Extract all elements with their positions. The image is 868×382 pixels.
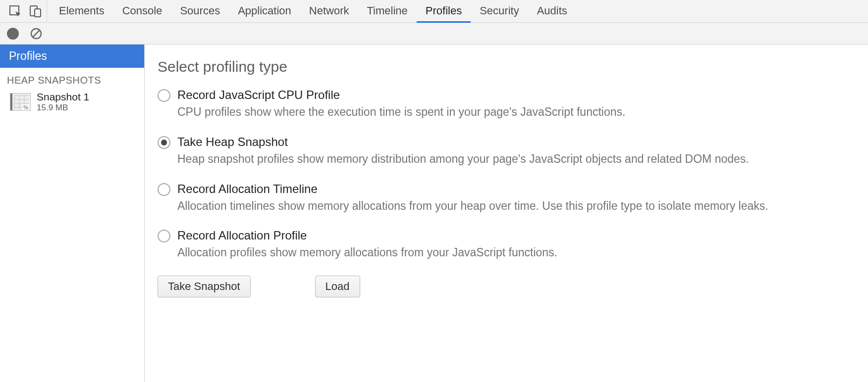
option-description: CPU profiles show where the execution ti… — [177, 105, 625, 119]
tab-profiles[interactable]: Profiles — [417, 0, 471, 23]
snapshot-item[interactable]: Snapshot 1 15.9 MB — [0, 89, 144, 115]
tab-timeline[interactable]: Timeline — [358, 0, 416, 23]
svg-rect-2 — [35, 9, 41, 17]
sidebar-group-title: HEAP SNAPSHOTS — [0, 68, 144, 89]
load-button[interactable]: Load — [315, 276, 360, 297]
option-text: Record JavaScript CPU ProfileCPU profile… — [177, 88, 625, 130]
radio-icon[interactable] — [158, 136, 170, 149]
devtools-tabs: ElementsConsoleSourcesApplicationNetwork… — [50, 0, 576, 22]
radio-icon[interactable] — [158, 89, 170, 102]
sidebar-header[interactable]: Profiles — [0, 45, 144, 68]
clear-icon[interactable] — [30, 27, 43, 40]
option-text: Record Allocation ProfileAllocation prof… — [177, 229, 557, 271]
profiles-sidebar: Profiles HEAP SNAPSHOTS Snapshot 1 15.9 … — [0, 45, 145, 382]
svg-line-4 — [33, 30, 40, 37]
option-description: Allocation profiles show memory allocati… — [177, 245, 557, 260]
toggle-device-icon[interactable] — [29, 5, 42, 18]
snapshot-text: Snapshot 1 15.9 MB — [37, 91, 89, 113]
tab-application[interactable]: Application — [229, 0, 300, 23]
record-icon[interactable] — [7, 28, 19, 40]
tab-elements[interactable]: Elements — [50, 0, 113, 23]
tab-security[interactable]: Security — [471, 0, 528, 23]
option-title: Record Allocation Profile — [177, 229, 557, 242]
profiles-main: Select profiling type Record JavaScript … — [145, 45, 868, 382]
profile-type-option[interactable]: Record JavaScript CPU ProfileCPU profile… — [158, 88, 855, 130]
tab-audits[interactable]: Audits — [528, 0, 576, 23]
option-text: Take Heap SnapshotHeap snapshot profiles… — [177, 135, 749, 177]
snapshot-size: 15.9 MB — [37, 103, 89, 113]
take-snapshot-button[interactable]: Take Snapshot — [158, 276, 251, 297]
tab-network[interactable]: Network — [300, 0, 358, 23]
radio-icon[interactable] — [158, 183, 170, 196]
option-description: Heap snapshot profiles show memory distr… — [177, 152, 749, 166]
profile-type-option[interactable]: Record Allocation ProfileAllocation prof… — [158, 229, 855, 271]
option-title: Record JavaScript CPU Profile — [177, 88, 625, 102]
radio-icon[interactable] — [158, 230, 170, 242]
option-text: Record Allocation TimelineAllocation tim… — [177, 182, 768, 224]
inspect-element-icon[interactable] — [9, 5, 22, 18]
tab-console[interactable]: Console — [113, 0, 171, 23]
devtools-tabbar: ElementsConsoleSourcesApplicationNetwork… — [0, 0, 868, 23]
profile-type-option[interactable]: Take Heap SnapshotHeap snapshot profiles… — [158, 135, 855, 177]
profiles-toolbar — [0, 23, 868, 45]
option-title: Take Heap Snapshot — [177, 135, 749, 149]
profile-type-option[interactable]: Record Allocation TimelineAllocation tim… — [158, 182, 855, 224]
option-description: Allocation timelines show memory allocat… — [177, 199, 768, 213]
tabbar-tool-icons — [4, 0, 47, 22]
option-title: Record Allocation Timeline — [177, 182, 768, 196]
tab-sources[interactable]: Sources — [171, 0, 229, 23]
button-row: Take Snapshot Load — [158, 276, 855, 297]
page-title: Select profiling type — [158, 58, 855, 75]
snapshot-name: Snapshot 1 — [37, 91, 89, 103]
snapshot-thumbnail-icon — [10, 93, 31, 111]
